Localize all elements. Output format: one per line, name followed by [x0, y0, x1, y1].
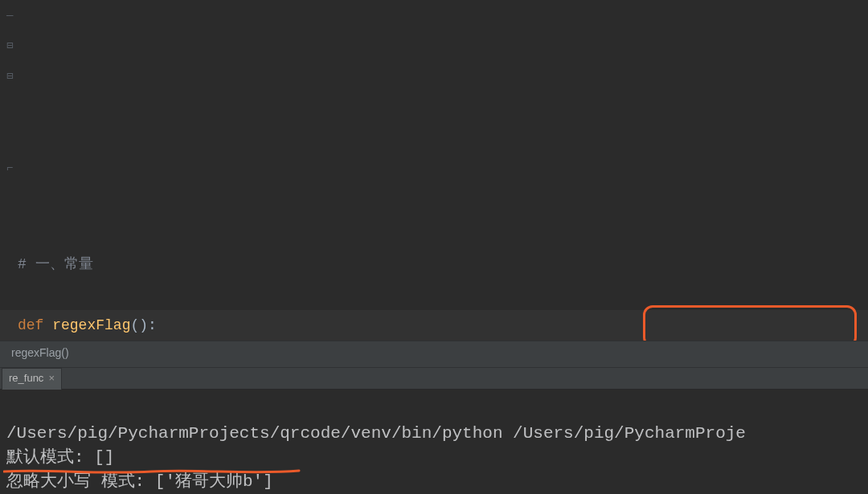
- code-line[interactable]: # 一、常量: [18, 249, 868, 280]
- fold-marker[interactable]: ⊟: [6, 61, 13, 92]
- function-name-token: regexFlag: [52, 317, 130, 333]
- fold-marker[interactable]: ⊟: [6, 31, 13, 61]
- run-tab-label: re_func: [9, 372, 43, 384]
- comment-token: # 一、常量: [18, 256, 93, 272]
- fold-end-marker: ⌐: [6, 153, 13, 183]
- run-tabs: re_func ×: [0, 368, 868, 390]
- gutter-marker: —: [6, 0, 13, 31]
- punct-token: ():: [130, 317, 156, 333]
- code-editor[interactable]: — ⊟ ⊟ ⌐ # 一、常量 def regexFlag(): """ 演示re…: [0, 0, 868, 341]
- run-tab-re-func[interactable]: re_func ×: [2, 368, 62, 390]
- close-icon[interactable]: ×: [48, 372, 55, 384]
- run-console[interactable]: /Users/pig/PycharmProjects/qrcode/venv/b…: [0, 390, 868, 494]
- console-line: /Users/pig/PycharmProjects/qrcode/venv/b…: [6, 424, 746, 443]
- breadcrumb-label: regexFlag(): [11, 346, 69, 359]
- keyword-token: def: [18, 317, 43, 333]
- annotation-highlight-box: [643, 305, 857, 341]
- console-line: 默认模式: []: [6, 448, 114, 467]
- annotation-underline: [3, 467, 301, 474]
- breadcrumb[interactable]: regexFlag(): [0, 341, 868, 368]
